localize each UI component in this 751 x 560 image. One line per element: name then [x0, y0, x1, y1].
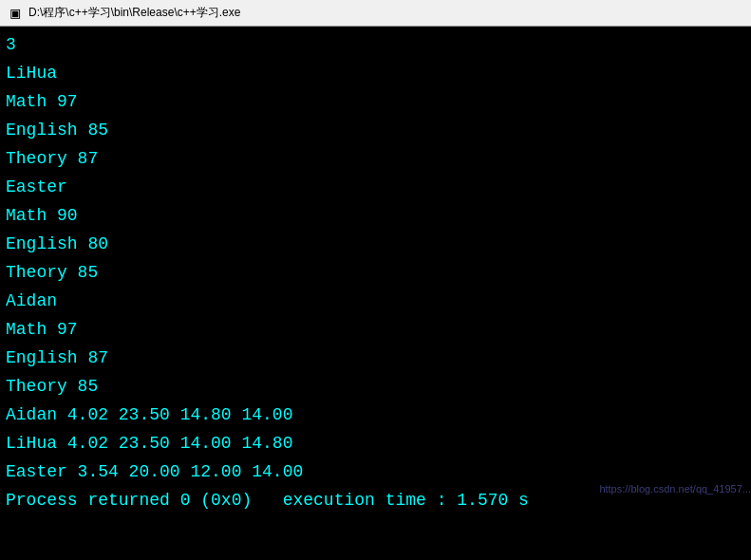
console-line: Aidan [6, 287, 745, 315]
console-line: English 87 [6, 344, 745, 372]
console-line: Theory 85 [6, 372, 745, 401]
console-line: LiHua 4.02 23.50 14.00 14.80 [6, 429, 745, 457]
title-bar-text: D:\程序\c++学习\bin\Release\c++学习.exe [28, 5, 743, 21]
console-line: Theory 87 [6, 144, 745, 173]
console-line: Math 97 [6, 315, 745, 344]
console-line: Theory 85 [6, 258, 745, 287]
console-line: Aidan 4.02 23.50 14.80 14.00 [6, 401, 745, 429]
console-line: English 80 [6, 230, 745, 258]
title-bar: ▣ D:\程序\c++学习\bin\Release\c++学习.exe [0, 0, 751, 27]
console-line: Easter [6, 173, 745, 201]
console-area: 3LiHuaMath 97English 85Theory 87EasterMa… [0, 27, 751, 560]
console-line: Math 90 [6, 201, 745, 230]
console-line: LiHua [6, 59, 745, 87]
window-icon: ▣ [8, 6, 23, 21]
console-line: English 85 [6, 116, 745, 144]
console-line: Math 97 [6, 87, 745, 116]
console-line: 3 [6, 30, 745, 59]
watermark: https://blog.csdn.net/qq_41957... [599, 475, 751, 503]
